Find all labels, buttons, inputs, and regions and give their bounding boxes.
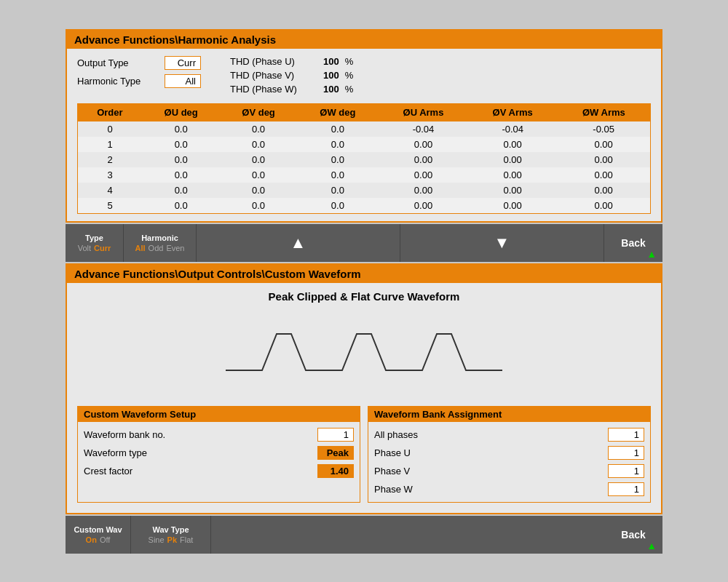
custom-wav-off[interactable]: Off bbox=[100, 535, 110, 544]
table-cell-3-3: 0.0 bbox=[297, 167, 379, 183]
output-type-item: Output Type Curr bbox=[77, 56, 201, 70]
table-cell-3-0: 3 bbox=[78, 167, 143, 183]
harmonic-type-value[interactable]: All bbox=[165, 74, 201, 88]
phase-w-item: Phase W 1 bbox=[374, 482, 644, 496]
table-cell-2-4: 0.00 bbox=[379, 152, 468, 167]
back-up-arrow-1: ▲ bbox=[646, 248, 657, 260]
back-button-1[interactable]: Back ▲ bbox=[604, 224, 662, 262]
thd-label-0: THD (Phase U) bbox=[230, 56, 317, 67]
crest-factor-value[interactable]: 1.40 bbox=[317, 464, 354, 478]
phase-v-item: Phase V 1 bbox=[374, 464, 644, 478]
back-label-1: Back bbox=[621, 237, 645, 249]
toolbar2-spacer bbox=[211, 516, 604, 554]
custom-wav-section[interactable]: Custom Wav On Off bbox=[66, 516, 131, 554]
thd-unit-2: % bbox=[345, 84, 354, 95]
table-cell-0-6: -0.05 bbox=[557, 121, 650, 137]
harmonic-table-body: 00.00.00.0-0.04-0.04-0.0510.00.00.00.000… bbox=[78, 121, 651, 213]
bank-no-value[interactable]: 1 bbox=[317, 428, 354, 442]
down-arrow-button[interactable]: ▼ bbox=[400, 224, 604, 262]
table-cell-1-6: 0.00 bbox=[557, 137, 650, 152]
custom-wav-on[interactable]: On bbox=[86, 535, 97, 544]
waveform-svg bbox=[211, 312, 517, 392]
table-cell-0-3: 0.0 bbox=[297, 121, 379, 137]
harmonic-analysis-title: Advance Functions\Harmonic Analysis bbox=[67, 31, 661, 49]
output-type-label: Output Type bbox=[77, 57, 157, 68]
table-cell-2-3: 0.0 bbox=[297, 152, 379, 167]
all-phases-value[interactable]: 1 bbox=[608, 428, 644, 442]
harmonic-sub: All Odd Even bbox=[135, 244, 185, 252]
wav-type-flat[interactable]: Flat bbox=[180, 535, 193, 544]
table-cell-0-4: -0.04 bbox=[379, 121, 468, 137]
table-cell-3-6: 0.00 bbox=[557, 167, 650, 183]
phase-u-value[interactable]: 1 bbox=[608, 446, 644, 460]
harmonic-analysis-content: Output Type Curr Harmonic Type All THD (… bbox=[67, 49, 661, 221]
waveform-display-title: Peak Clipped & Flat Curve Waveform bbox=[77, 290, 651, 303]
table-cell-3-5: 0.00 bbox=[468, 167, 557, 183]
harmonic-analysis-panel: Advance Functions\Harmonic Analysis Outp… bbox=[66, 29, 662, 223]
table-cell-4-5: 0.00 bbox=[468, 183, 557, 198]
table-row: 40.00.00.00.000.000.00 bbox=[78, 183, 651, 198]
harmonic-even[interactable]: Even bbox=[166, 244, 184, 252]
custom-wav-label: Custom Wav bbox=[74, 525, 122, 534]
crest-factor-label: Crest factor bbox=[84, 466, 132, 477]
table-cell-5-0: 5 bbox=[78, 198, 143, 214]
back-button-2[interactable]: Back ▲ bbox=[604, 516, 662, 554]
waveform-setup-row: Custom Waveform Setup Waveform bank no. … bbox=[77, 406, 651, 503]
custom-waveform-panel: Advance Functions\Output Controls\Custom… bbox=[66, 263, 662, 514]
thd-value-2: 100 bbox=[323, 84, 339, 95]
thd-item-2: THD (Phase W) 100 % bbox=[230, 84, 353, 95]
phase-u-label: Phase U bbox=[374, 447, 411, 458]
waveform-type-label: Waveform type bbox=[84, 447, 147, 458]
table-header-2: ØV deg bbox=[220, 103, 297, 121]
table-cell-2-5: 0.00 bbox=[468, 152, 557, 167]
type-curr[interactable]: Curr bbox=[94, 244, 111, 252]
bank-assignment-title: Waveform Bank Assignment bbox=[368, 407, 650, 422]
thd-unit-1: % bbox=[345, 70, 354, 81]
harmonic-all[interactable]: All bbox=[135, 244, 146, 252]
toolbar-2: Custom Wav On Off Wav Type Sine Pk Flat … bbox=[66, 516, 662, 554]
table-row: 50.00.00.00.000.000.00 bbox=[78, 198, 651, 214]
table-cell-5-5: 0.00 bbox=[468, 198, 557, 214]
waveform-type-item: Waveform type Peak bbox=[84, 446, 354, 460]
table-cell-1-2: 0.0 bbox=[220, 137, 297, 152]
table-cell-1-3: 0.0 bbox=[297, 137, 379, 152]
type-volt[interactable]: Volt bbox=[78, 244, 91, 252]
table-cell-4-6: 0.00 bbox=[557, 183, 650, 198]
table-cell-4-3: 0.0 bbox=[297, 183, 379, 198]
back-label-2: Back bbox=[621, 529, 645, 541]
wav-type-pk[interactable]: Pk bbox=[167, 535, 177, 544]
up-arrow-button[interactable]: ▲ bbox=[197, 224, 400, 262]
toolbar-1: Type Volt Curr Harmonic All Odd Even ▲ ▼… bbox=[66, 224, 662, 262]
harmonic-type-label: Harmonic Type bbox=[77, 76, 157, 87]
type-section[interactable]: Type Volt Curr bbox=[66, 224, 124, 262]
thd-label-2: THD (Phase W) bbox=[230, 84, 317, 95]
wav-type-section[interactable]: Wav Type Sine Pk Flat bbox=[131, 516, 211, 554]
table-cell-2-1: 0.0 bbox=[142, 152, 220, 167]
harmonic-table: OrderØU degØV degØW degØU ArmsØV ArmsØW … bbox=[77, 103, 651, 214]
bank-assignment-content: All phases 1 Phase U 1 Phase V 1 Phase bbox=[368, 422, 650, 502]
bank-no-label: Waveform bank no. bbox=[84, 429, 165, 440]
wav-type-sine[interactable]: Sine bbox=[149, 535, 165, 544]
table-header-5: ØV Arms bbox=[468, 103, 557, 121]
bank-no-item: Waveform bank no. 1 bbox=[84, 428, 354, 442]
harmonic-section[interactable]: Harmonic All Odd Even bbox=[124, 224, 197, 262]
table-cell-1-0: 1 bbox=[78, 137, 143, 152]
table-cell-2-2: 0.0 bbox=[220, 152, 297, 167]
phase-w-value[interactable]: 1 bbox=[608, 482, 644, 496]
harmonic-odd[interactable]: Odd bbox=[149, 244, 164, 252]
table-cell-0-2: 0.0 bbox=[220, 121, 297, 137]
table-cell-5-2: 0.0 bbox=[220, 198, 297, 214]
thd-label-1: THD (Phase V) bbox=[230, 70, 317, 81]
custom-waveform-setup-content: Waveform bank no. 1 Waveform type Peak C… bbox=[78, 422, 360, 484]
table-header-6: ØW Arms bbox=[557, 103, 650, 121]
output-type-value[interactable]: Curr bbox=[165, 56, 201, 70]
table-row: 20.00.00.00.000.000.00 bbox=[78, 152, 651, 167]
table-cell-4-2: 0.0 bbox=[220, 183, 297, 198]
table-row: 30.00.00.00.000.000.00 bbox=[78, 167, 651, 183]
waveform-type-value[interactable]: Peak bbox=[317, 446, 354, 460]
table-cell-5-3: 0.0 bbox=[297, 198, 379, 214]
table-cell-2-0: 2 bbox=[78, 152, 143, 167]
phase-v-value[interactable]: 1 bbox=[608, 464, 644, 478]
crest-factor-item: Crest factor 1.40 bbox=[84, 464, 354, 478]
custom-waveform-setup-title: Custom Waveform Setup bbox=[78, 407, 360, 422]
